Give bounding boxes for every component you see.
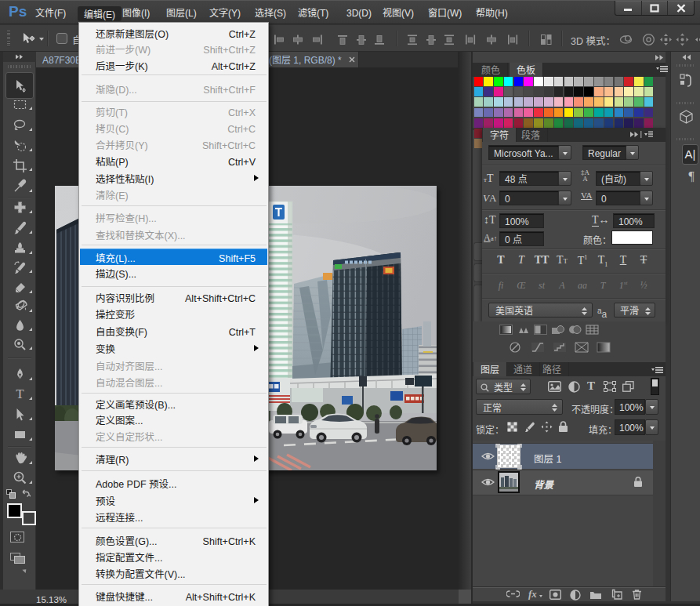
svg-text:T: T [16,386,24,401]
